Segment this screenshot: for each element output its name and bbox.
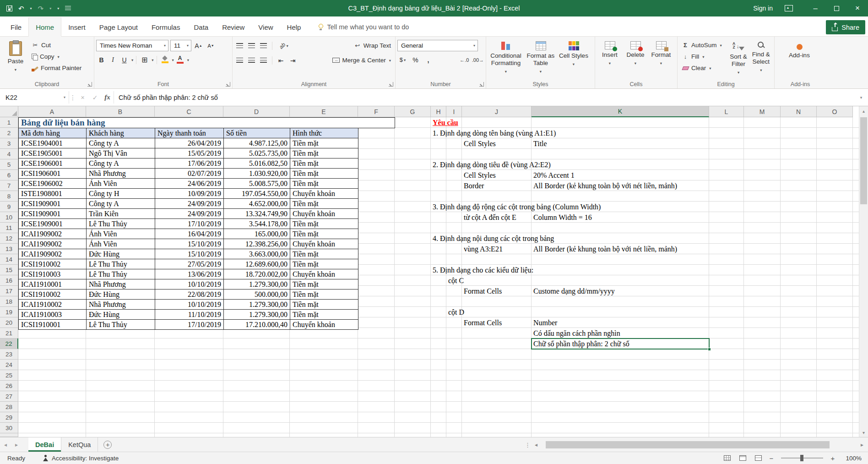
table-cell[interactable]: ICAI1909002 (19, 229, 87, 239)
table-cell[interactable]: Tiền mặt (290, 148, 358, 158)
table-cell[interactable]: ICAI1909002 (19, 249, 87, 259)
column-header-F[interactable]: F (358, 106, 395, 117)
table-cell[interactable]: Chuyển khoản (290, 189, 358, 199)
table-cell[interactable]: ICSI1906001 (19, 169, 87, 179)
format-as-table-button[interactable]: Format as Table ▾ (524, 39, 558, 79)
table-cell[interactable]: Lê Thu Thủy (87, 219, 155, 229)
table-cell[interactable]: Chuyển khoản (290, 269, 358, 279)
normal-view-button[interactable] (722, 453, 732, 463)
row-header-29[interactable]: 29 (0, 412, 18, 423)
table-cell[interactable]: 11/10/2019 (155, 310, 224, 320)
column-header-I[interactable]: I (446, 106, 462, 117)
format-cells-button[interactable]: Format ▾ (648, 39, 674, 79)
row-header-21[interactable]: 21 (0, 328, 18, 338)
table-cell[interactable]: ICAI1909002 (19, 239, 87, 249)
table-cell[interactable]: ICSE1909001 (19, 219, 87, 229)
align-left-button[interactable] (234, 55, 245, 66)
row-header-5[interactable]: 5 (0, 159, 18, 170)
column-header-M[interactable]: M (744, 106, 781, 117)
row-header-20[interactable]: 20 (0, 317, 18, 328)
table-cell[interactable]: Đức Hùng (87, 249, 155, 259)
table-cell[interactable]: 3.544.178,00 (224, 219, 290, 229)
italic-button[interactable]: I (108, 55, 118, 65)
cell-text-K6[interactable]: 20% Accent 1 (533, 170, 575, 180)
close-button[interactable]: × (847, 0, 868, 16)
table-cell[interactable]: 1.279.300,00 (224, 279, 290, 289)
column-header-G[interactable]: G (395, 106, 431, 117)
row-header-15[interactable]: 15 (0, 265, 18, 275)
cell-text-H15[interactable]: 5. Định dạng cho các kiểu dữ liệu: (433, 265, 533, 275)
clear-button[interactable]: Clear▾ (679, 62, 727, 74)
table-cell[interactable]: 12.689.600,00 (224, 259, 290, 269)
sheet-tab-ketqua[interactable]: KetQua (61, 437, 98, 452)
table-cell[interactable]: ICSI1910002 (19, 259, 87, 269)
cell-text-K20[interactable]: Number (533, 317, 557, 328)
table-cell[interactable]: Lê Thu Thủy (87, 269, 155, 279)
zoom-out-button[interactable]: − (768, 454, 775, 462)
table-cell[interactable]: 17/10/2019 (155, 219, 224, 229)
minimize-button[interactable]: ─ (805, 0, 826, 16)
column-header-H[interactable]: H (431, 106, 446, 117)
row-header-14[interactable]: 14 (0, 254, 18, 265)
zoom-in-button[interactable]: + (830, 454, 836, 462)
page-break-view-button[interactable] (753, 453, 764, 463)
table-cell[interactable]: 12.398.256,00 (224, 239, 290, 249)
insert-cells-button[interactable]: Insert ▾ (597, 39, 623, 79)
table-cell[interactable]: 165.000,00 (224, 229, 290, 239)
table-cell[interactable]: ICSE1906002 (19, 179, 87, 189)
table-cell[interactable]: Công ty A (87, 138, 155, 148)
table-cell[interactable]: 02/07/2019 (155, 169, 224, 179)
sort-filter-button[interactable]: AZ↓ Sort & Filter ▾ (727, 39, 749, 79)
table-cell[interactable]: Đức Hùng (87, 310, 155, 320)
table-cell[interactable]: 1.279.300,00 (224, 310, 290, 320)
confirm-entry-button[interactable]: ✓ (89, 89, 101, 106)
percent-style-button[interactable]: % (410, 55, 421, 65)
table-cell[interactable]: Chuyển khoản (290, 239, 358, 249)
page-layout-view-button[interactable] (737, 453, 748, 463)
tab-page-layout[interactable]: Page Layout (92, 18, 145, 36)
tab-splitter-handle[interactable]: ⋮ (525, 437, 531, 452)
number-dialog-launcher[interactable] (479, 82, 484, 87)
table-cell[interactable]: 10/10/2019 (155, 300, 224, 310)
table-cell[interactable]: 17/10/2019 (155, 320, 224, 330)
cell-text-K22[interactable]: Chữ số phần thập phân: 2 chữ số (533, 338, 629, 349)
column-header-L[interactable]: L (709, 106, 744, 117)
table-cell[interactable]: 13.324.749,90 (224, 209, 290, 219)
hscroll-thumb[interactable] (546, 441, 830, 448)
cell-text-I16[interactable]: cột C (448, 275, 464, 286)
align-center-button[interactable] (246, 55, 257, 66)
table-cell[interactable]: Công ty A (87, 199, 155, 209)
table-cell[interactable]: Tiền mặt (290, 300, 358, 310)
table-cell[interactable]: ICSE1906001 (19, 158, 87, 169)
cell-text-K13[interactable]: All Border (kẻ khung toàn bộ với nét liề… (533, 244, 677, 254)
table-cell[interactable]: 5.025.735,00 (224, 148, 290, 158)
autosum-button[interactable]: ΣAutoSum▾ (679, 39, 727, 51)
table-cell[interactable]: 500.000,00 (224, 289, 290, 300)
spreadsheet-grid[interactable]: Bảng dữ liệu bán hàng ▴ ▾ ABCDEFGHIJKLMN… (0, 106, 868, 437)
table-cell[interactable]: 15/05/2019 (155, 148, 224, 158)
row-header-30[interactable]: 30 (0, 423, 18, 433)
table-cell[interactable]: 16/04/2019 (155, 229, 224, 239)
table-cell[interactable]: ICSE1905001 (19, 148, 87, 158)
table-header-cell[interactable]: Mã đơn hàng (19, 128, 87, 138)
cell-text-J7[interactable]: Border (464, 180, 484, 191)
table-cell[interactable]: 17.210.000,40 (224, 320, 290, 330)
row-header-6[interactable]: 6 (0, 170, 18, 180)
cell-text-I19[interactable]: cột D (448, 307, 464, 317)
cell-styles-button[interactable]: Cell Styles ▾ (558, 39, 590, 79)
table-cell[interactable]: Lê Thu Thủy (87, 259, 155, 269)
table-cell[interactable]: 4.652.000,00 (224, 199, 290, 209)
accessibility-status[interactable]: Accessibility: Investigate (43, 455, 119, 462)
column-header-O[interactable]: O (817, 106, 853, 117)
formula-bar-drag-handle[interactable]: ⋮ (69, 89, 76, 106)
row-header-12[interactable]: 12 (0, 233, 18, 244)
row-header-9[interactable]: 9 (0, 202, 18, 212)
table-cell[interactable]: 18.720.002,00 (224, 269, 290, 279)
paste-button[interactable]: Paste ▾ (2, 39, 29, 79)
table-cell[interactable]: ICSI1910002 (19, 289, 87, 300)
table-cell[interactable]: 24/06/2019 (155, 179, 224, 189)
table-cell[interactable]: ICAI1910003 (19, 310, 87, 320)
wrap-text-button[interactable]: ↩Wrap Text (352, 40, 393, 51)
row-header-1[interactable]: 1 (0, 117, 18, 128)
column-header-A[interactable]: A (18, 106, 86, 117)
